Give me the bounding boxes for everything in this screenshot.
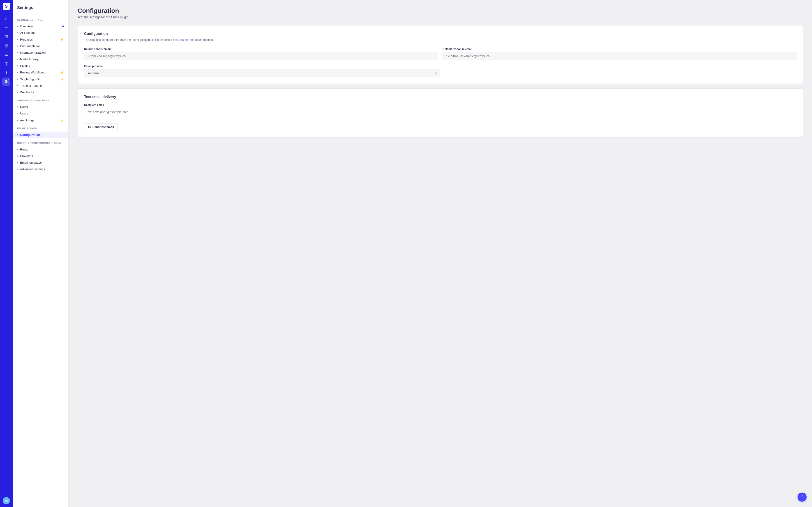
api-tokens-bullet: [17, 32, 18, 33]
transfer-tokens-label: Transfer Tokens: [20, 84, 42, 88]
global-settings-label: Global Settings: [13, 15, 68, 23]
gear-badge: 1: [7, 78, 10, 81]
sidebar-item-configuration[interactable]: Configuration: [13, 131, 68, 138]
default-response-group: Default response email: [443, 48, 797, 60]
roles-permissions-label: Roles: [20, 148, 28, 151]
providers-label: Providers: [20, 154, 33, 158]
mail-icon: ✉: [88, 125, 91, 129]
plugins-bullet: [17, 65, 18, 66]
admin-panel-label: Administration Panel: [13, 96, 68, 104]
sidebar-item-webhooks[interactable]: Webhooks: [13, 89, 68, 96]
sidebar-item-transfer-tokens[interactable]: Transfer Tokens: [13, 82, 68, 89]
review-workflows-label: Review Workflows: [20, 71, 45, 74]
providers-bullet: [17, 156, 18, 157]
audit-logs-label: Audit Logs: [20, 118, 35, 122]
overview-active-dot: [62, 25, 64, 27]
config-link[interactable]: Link: [179, 38, 184, 42]
sidebar-title: Settings: [13, 0, 68, 15]
users-label: Users: [20, 112, 28, 115]
sidebar-item-documentation[interactable]: Documentation: [13, 43, 68, 49]
sidebar-item-providers[interactable]: Providers: [13, 153, 68, 159]
documentation-bullet: [17, 46, 18, 47]
sidebar-item-media-library[interactable]: Media Library: [13, 56, 68, 62]
sidebar-item-review-workflows[interactable]: Review Workflows ⚡: [13, 69, 68, 76]
email-provider-select[interactable]: sendmail: [84, 69, 440, 77]
email-provider-label: Email provider: [84, 65, 797, 68]
users-permissions-label: Users & Permissions Plugin: [13, 138, 68, 146]
cloud-nav-icon[interactable]: ☁: [2, 51, 10, 59]
audit-logs-lightning-icon: ⚡: [60, 118, 64, 122]
default-sender-input[interactable]: [84, 52, 438, 60]
email-templates-bullet: [17, 162, 18, 163]
email-plugin-label: Email Plugin: [13, 123, 68, 131]
webhooks-label: Webhooks: [20, 91, 35, 94]
email-fields-row: Default sender email Default response em…: [84, 48, 797, 60]
media-library-label: Media Library: [20, 57, 39, 61]
info-nav-icon[interactable]: ℹ: [2, 68, 10, 76]
config-card: Configuration The plugin is configured t…: [78, 25, 803, 84]
overview-bullet: [17, 26, 18, 27]
cart-nav-icon[interactable]: ◫: [2, 59, 10, 68]
recipient-email-label: Recipient email: [84, 103, 440, 107]
help-icon: ?: [801, 495, 803, 500]
sso-label: Single Sign-On: [20, 77, 41, 81]
page-title: Configuration: [78, 7, 803, 14]
sidebar-item-email-templates[interactable]: Email templates: [13, 159, 68, 166]
config-card-title: Configuration: [84, 32, 797, 36]
test-email-card: Test email delivery Recipient email ✉ Se…: [78, 88, 803, 137]
sidebar-item-single-sign-on[interactable]: Single Sign-On ⚡: [13, 76, 68, 82]
sidebar-item-internationalization[interactable]: Internationalization: [13, 49, 68, 56]
sidebar-item-advanced-settings[interactable]: Advanced settings: [13, 166, 68, 172]
sidebar-item-overview[interactable]: Overview: [13, 23, 68, 30]
default-sender-label: Default sender email: [84, 48, 438, 51]
content-nav-icon[interactable]: ⊡: [2, 33, 10, 41]
sidebar-item-plugins[interactable]: Plugins: [13, 62, 68, 69]
home-nav-icon[interactable]: ⌂: [2, 14, 10, 22]
sidebar-item-roles-permissions[interactable]: Roles: [13, 146, 68, 153]
send-test-email-button[interactable]: ✉ Send test email: [84, 123, 118, 131]
sidebar-item-roles-admin[interactable]: Roles: [13, 104, 68, 110]
advanced-settings-label: Advanced settings: [20, 167, 45, 171]
roles-permissions-bullet: [17, 149, 18, 150]
send-button-label: Send test email: [93, 125, 114, 129]
default-sender-group: Default sender email: [84, 48, 438, 60]
documentation-label: Documentation: [20, 44, 41, 48]
sidebar-item-releases[interactable]: Releases ⚡: [13, 36, 68, 43]
sidebar-item-api-tokens[interactable]: API Tokens: [13, 30, 68, 36]
users-bullet: [17, 113, 18, 114]
layout-nav-icon[interactable]: ▤: [2, 42, 10, 50]
transfer-tokens-bullet: [17, 85, 18, 86]
page-subtitle: Test the settings for the Email plugin: [78, 15, 803, 19]
api-tokens-label: API Tokens: [20, 31, 36, 35]
logo[interactable]: S: [3, 3, 10, 10]
email-provider-group: Email provider sendmail ▼: [84, 65, 797, 77]
sso-lightning-icon: ⚡: [60, 77, 64, 81]
gear-nav-icon[interactable]: ⚙ 1: [2, 77, 10, 86]
default-response-label: Default response email: [443, 48, 797, 51]
releases-label: Releases: [20, 38, 33, 41]
icon-sidebar: S ⌂ ✏ ⊡ ▤ ☁ ◫ ℹ ⚙ 1 KD: [0, 0, 13, 507]
plugins-label: Plugins: [20, 64, 30, 67]
internationalization-label: Internationalization: [20, 51, 46, 54]
test-email-title: Test email delivery: [84, 95, 797, 99]
config-card-description: The plugin is configured through the ./c…: [84, 38, 797, 42]
feather-nav-icon[interactable]: ✏: [2, 23, 10, 32]
recipient-email-group: Recipient email: [84, 103, 440, 120]
review-workflows-bullet: [17, 72, 18, 73]
main-content: Configuration Test the settings for the …: [68, 0, 812, 507]
sidebar-item-users[interactable]: Users: [13, 110, 68, 117]
media-library-bullet: [17, 59, 18, 60]
configuration-label: Configuration: [20, 133, 40, 136]
roles-admin-bullet: [17, 106, 18, 108]
user-avatar[interactable]: KD: [3, 497, 10, 504]
sidebar-item-audit-logs[interactable]: Audit Logs ⚡: [13, 117, 68, 123]
roles-admin-label: Roles: [20, 105, 28, 109]
releases-lightning-icon: ⚡: [60, 38, 64, 41]
email-templates-label: Email templates: [20, 161, 42, 164]
settings-sidebar: Settings Global Settings Overview API To…: [13, 0, 68, 507]
recipient-email-input[interactable]: [84, 108, 440, 116]
help-button[interactable]: ?: [798, 493, 807, 502]
audit-logs-bullet: [17, 120, 18, 121]
default-response-input[interactable]: [443, 52, 797, 60]
review-workflows-lightning-icon: ⚡: [60, 70, 64, 74]
